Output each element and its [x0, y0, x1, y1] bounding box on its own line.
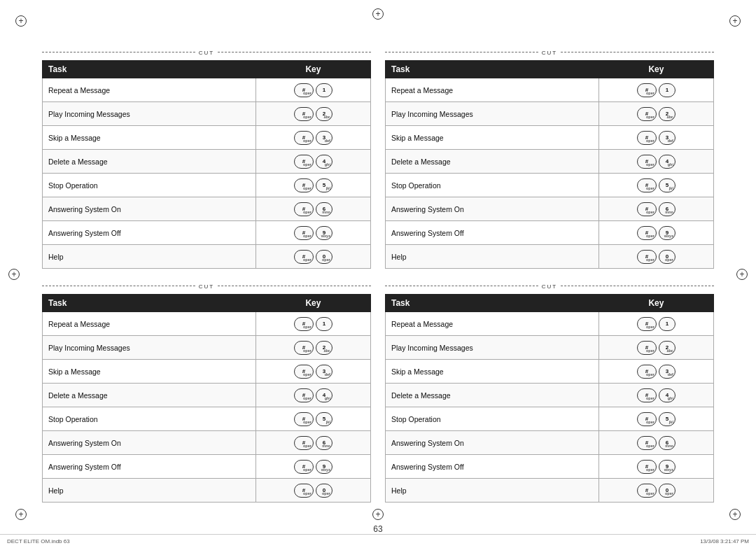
task-header-tl: Task [43, 61, 256, 78]
num-key: 6mno [316, 202, 332, 216]
task-cell: Answering System Off [43, 221, 256, 245]
key-pair: #oper6mno [294, 202, 332, 216]
table-row: Stop Operation #oper5jkl [43, 174, 371, 197]
hash-key: #oper [294, 484, 314, 498]
num-key: 2abc [316, 341, 332, 355]
table-row: Delete a Message #oper4ghi [43, 150, 371, 174]
key-pair: #oper2abc [294, 341, 332, 355]
hash-key: #oper [294, 131, 314, 145]
key-cell: #oper9wxyz [598, 455, 713, 479]
num-key: 5jkl [659, 412, 676, 426]
key-header-tl: Key [255, 61, 370, 78]
reg-mark-tl [15, 15, 27, 27]
key-pair: #oper2abc [637, 341, 676, 355]
hash-key: #oper [294, 155, 314, 169]
key-cell: #oper2abc [598, 102, 713, 126]
key-cell: #oper0oper [598, 479, 713, 503]
hash-key: #oper [637, 131, 657, 145]
hash-key: #oper [637, 484, 657, 498]
task-cell: Help [386, 479, 599, 503]
num-key: 9wxyz [659, 460, 676, 474]
table-row: Play Incoming Messages #oper2abc [386, 336, 714, 360]
table-row: Answering System Off #oper9wxyz [386, 221, 714, 245]
task-header-tr: Task [386, 61, 599, 78]
key-pair: #oper4ghi [294, 388, 332, 402]
table-row: Play Incoming Messages #oper2abc [43, 336, 371, 360]
key-pair: #oper6mno [637, 436, 676, 450]
table-row: Repeat a Message #oper1 [386, 78, 714, 102]
hash-key: #oper [294, 250, 314, 264]
key-cell: #oper3def [598, 126, 713, 150]
cut-label-br: CUT [539, 283, 560, 290]
hash-key: #oper [637, 412, 657, 426]
key-pair: #oper3def [637, 131, 676, 145]
key-cell: #oper9wxyz [598, 221, 713, 245]
task-cell: Answering System On [386, 197, 599, 221]
task-cell: Skip a Message [43, 360, 256, 384]
num-key: 3def [659, 365, 676, 379]
table-row: Stop Operation #oper5jkl [386, 407, 714, 431]
key-cell: #oper5jkl [598, 407, 713, 431]
table-bottom-left: Task Key Repeat a Message #oper1 Play In… [42, 294, 371, 503]
quadrant-bottom-left: CUT Task Key Repeat a Message #oper1 Pla… [35, 276, 378, 510]
task-cell: Play Incoming Messages [386, 336, 599, 360]
hash-key: #oper [294, 83, 314, 97]
table-row: Stop Operation #oper5jkl [386, 174, 714, 197]
task-cell: Stop Operation [386, 174, 599, 197]
table-row: Answering System On #oper6mno [386, 431, 714, 455]
num-key: 1 [316, 317, 332, 331]
task-cell: Delete a Message [43, 384, 256, 407]
table-row: Delete a Message #oper4ghi [386, 150, 714, 174]
table-row: Play Incoming Messages #oper2abc [386, 102, 714, 126]
task-cell: Answering System On [43, 197, 256, 221]
hash-key: #oper [294, 436, 314, 450]
key-cell: #oper6mno [255, 197, 370, 221]
key-pair: #oper5jkl [637, 412, 676, 426]
table-top-left: Task Key Repeat a Message #oper1 Play In… [42, 60, 371, 269]
hash-key: #oper [294, 317, 314, 331]
cut-label-tl: CUT [196, 50, 217, 56]
task-cell: Repeat a Message [386, 78, 599, 102]
hash-key: #oper [294, 388, 314, 402]
num-key: 6mno [659, 436, 676, 450]
key-cell: #oper2abc [255, 336, 370, 360]
key-pair: #oper0oper [294, 484, 332, 498]
key-cell: #oper3def [255, 126, 370, 150]
hash-key: #oper [637, 155, 657, 169]
key-cell: #oper6mno [598, 431, 713, 455]
table-row: Help #oper0oper [43, 245, 371, 269]
table-row: Repeat a Message #oper1 [43, 312, 371, 336]
table-row: Delete a Message #oper4ghi [43, 384, 371, 407]
num-key: 5jkl [316, 412, 332, 426]
task-cell: Skip a Message [386, 360, 599, 384]
key-pair: #oper2abc [637, 107, 676, 121]
task-cell: Play Incoming Messages [386, 102, 599, 126]
key-cell: #oper5jkl [255, 407, 370, 431]
num-key: 0oper [316, 250, 332, 264]
key-pair: #oper1 [637, 317, 676, 331]
key-pair: #oper4ghi [637, 155, 676, 169]
task-cell: Help [43, 245, 256, 269]
key-pair: #oper1 [294, 83, 332, 97]
hash-key: #oper [294, 341, 314, 355]
task-header-br: Task [386, 295, 599, 312]
key-cell: #oper4ghi [255, 384, 370, 407]
hash-key: #oper [637, 250, 657, 264]
task-cell: Stop Operation [43, 174, 256, 197]
num-key: 3def [316, 131, 332, 145]
task-cell: Repeat a Message [43, 312, 256, 336]
num-key: 2abc [659, 341, 676, 355]
key-pair: #oper0oper [637, 250, 676, 264]
key-cell: #oper1 [255, 312, 370, 336]
quadrant-top-right: CUT Task Key Repeat a Message #oper1 Pla… [378, 42, 721, 276]
key-pair: #oper9wxyz [637, 226, 676, 240]
key-pair: #oper3def [637, 365, 676, 379]
key-cell: #oper2abc [598, 336, 713, 360]
key-pair: #oper1 [294, 317, 332, 331]
key-pair: #oper9wxyz [294, 226, 332, 240]
key-pair: #oper6mno [294, 436, 332, 450]
cut-line-top-left: CUT [42, 48, 371, 56]
key-cell: #oper9wxyz [255, 455, 370, 479]
cut-line-bottom-left: CUT [42, 281, 371, 290]
page: CUT Task Key Repeat a Message #oper1 Pla… [0, 0, 756, 548]
